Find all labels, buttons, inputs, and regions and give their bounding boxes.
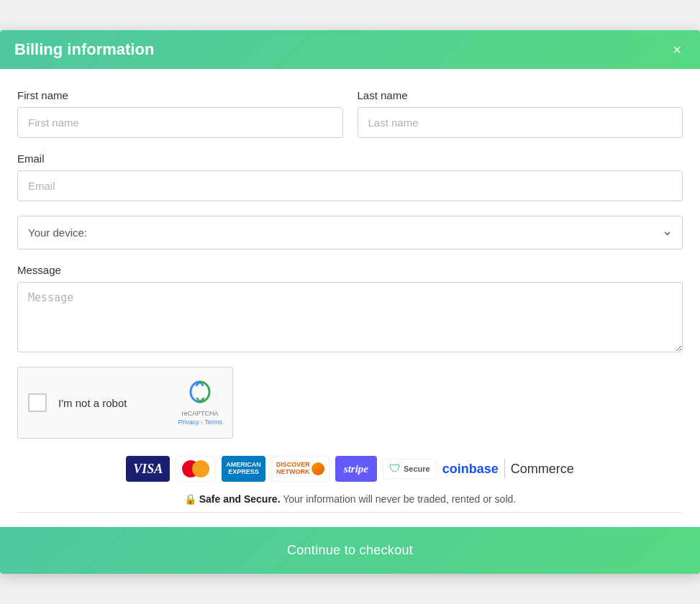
discover-dot (312, 462, 324, 475)
first-name-label: First name (17, 89, 343, 101)
lock-icon: 🔒 (184, 493, 196, 505)
recaptcha-brand: reCAPTCHA Privacy - Terms (178, 410, 222, 426)
message-group: Message (17, 264, 683, 352)
close-button[interactable]: × (668, 41, 686, 58)
device-select[interactable]: Your device: (17, 216, 683, 250)
commerce-text: Commerce (511, 462, 574, 477)
stripe-logo: stripe (335, 456, 377, 482)
last-name-group: Last name (358, 89, 683, 138)
recaptcha-logo: reCAPTCHA Privacy - Terms (178, 379, 222, 426)
divider (17, 512, 683, 513)
discover-text: DISCOVERNETWORK (276, 462, 310, 476)
amex-logo: AMERICAN EXPRESS (222, 456, 265, 482)
discover-logo: DISCOVERNETWORK (271, 456, 329, 482)
email-input[interactable] (17, 170, 683, 201)
mc-yellow-circle (192, 460, 209, 477)
message-label: Message (17, 264, 683, 276)
checkout-button[interactable]: Continue to checkout (0, 527, 700, 574)
recaptcha-checkbox[interactable] (28, 393, 47, 412)
coinbase-divider (504, 459, 505, 479)
email-group: Email (17, 152, 683, 201)
name-row: First name Last name (17, 89, 683, 138)
security-bold: Safe and Secure. (199, 493, 281, 505)
mastercard-logo (176, 456, 216, 482)
device-select-wrapper: Your device: (17, 216, 683, 250)
last-name-label: Last name (358, 89, 683, 101)
modal-body: First name Last name Email Your device: … (0, 69, 700, 527)
first-name-input[interactable] (17, 107, 343, 138)
secure-shield-icon: 🛡 (389, 462, 401, 475)
message-input[interactable] (17, 282, 683, 352)
recaptcha-icon (187, 379, 213, 408)
last-name-input[interactable] (358, 107, 683, 138)
billing-modal: Billing information × First name Last na… (0, 30, 700, 574)
first-name-group: First name (17, 89, 343, 138)
coinbase-text: coinbase (442, 462, 499, 477)
payment-logos: VISA AMERICAN EXPRESS DISCOVERNETWORK st… (17, 456, 683, 482)
visa-logo: VISA (126, 456, 170, 482)
modal-title: Billing information (14, 40, 154, 59)
coinbase-logo: coinbase Commerce (442, 459, 574, 479)
security-note: 🔒 Safe and Secure. Your information will… (17, 493, 683, 505)
modal-header: Billing information × (0, 30, 700, 69)
recaptcha-links: Privacy - Terms (178, 418, 222, 427)
recaptcha-label: I'm not a robot (58, 397, 166, 409)
secure-badge: 🛡 Secure (383, 459, 437, 479)
security-body: Your information will never be traded, r… (281, 493, 517, 505)
recaptcha-box: I'm not a robot reCAPTCHA Privacy - Term… (17, 367, 233, 439)
modal-footer: Continue to checkout (0, 527, 700, 574)
email-label: Email (17, 152, 683, 165)
secure-text: Secure (404, 465, 430, 473)
